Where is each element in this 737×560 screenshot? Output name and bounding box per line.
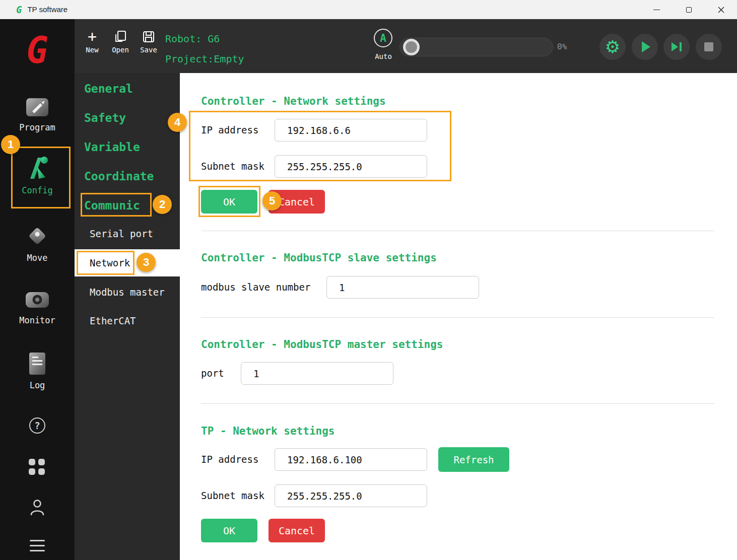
nav-item-serial-port[interactable]: Serial port [75,224,180,244]
robot-label: Robot: G6 [165,33,220,45]
sidebar-item-monitor[interactable]: Monitor [0,289,75,325]
settings-button[interactable]: ⚙ [599,34,626,60]
app-logo-icon: G [16,4,22,15]
sidebar-item-move[interactable]: Move [0,223,75,263]
project-label: Project:Empty [165,53,244,65]
nav-item-communic[interactable]: Communic [75,195,180,216]
section-title-tp-network: TP - Network settings [201,425,335,437]
tp-network-cancel-button[interactable]: Cancel [269,519,325,542]
minimize-icon [653,10,660,10]
settings-panel: Controller - Network settings IP address… [180,73,737,560]
config-nav: General Safety Variable Coordinate Commu… [75,73,180,560]
nav-item-network[interactable]: Network [75,249,180,276]
maximize-button[interactable] [673,0,705,19]
subnet-mask-label: Subnet mask [201,160,264,173]
config-icon [23,154,51,181]
tp-ip-input[interactable] [275,448,427,471]
grid-dot [29,459,35,465]
controller-network-ok-button[interactable]: OK [201,190,257,214]
toolbar: + New Open Save Robot: G6 Project:Empty … [75,19,737,73]
menu-bar [30,545,45,546]
divider [201,403,714,404]
close-icon [718,7,724,13]
menu-bar [30,550,45,551]
nav-item-general[interactable]: General [75,79,180,99]
monitor-icon [25,289,50,311]
program-icon [26,97,49,118]
menu-icon[interactable] [30,540,45,551]
controller-network-cancel-button[interactable]: Cancel [269,190,325,214]
divider [201,231,714,231]
ip-address-label: IP address [201,123,258,136]
brand-logo-icon: G [0,29,75,72]
save-icon [142,30,155,43]
nav-item-coordinate[interactable]: Coordinate [75,166,180,186]
nav-item-variable[interactable]: Variable [75,137,180,157]
sidebar-item-label: Log [30,380,45,390]
sidebar-item-label: Program [19,122,55,132]
modbus-slave-number-label: modbus slave number [201,281,310,294]
minimize-button[interactable] [640,0,673,19]
help-button[interactable]: ? [0,417,75,434]
open-label: Open [112,46,129,54]
open-icon [114,30,127,43]
play-icon [642,41,650,52]
stop-button[interactable] [696,34,722,60]
move-icon [25,223,50,248]
save-button[interactable]: Save [135,30,163,54]
nav-item-modbus-master[interactable]: Modbus master [75,282,180,302]
menu-bar [30,540,45,541]
app-window: G TP software G Program [0,0,737,560]
section-title-modbus-slave: Controller - ModbusTCP slave settings [201,252,437,264]
section-title-modbus-master: Controller - ModbusTCP master settings [201,338,443,351]
modbus-master-port-input[interactable] [241,362,393,385]
sidebar-item-program[interactable]: Program [0,97,75,132]
new-button[interactable]: + New [78,30,106,54]
help-icon: ? [29,417,45,434]
apps-grid-icon[interactable] [29,459,45,475]
window-controls [640,0,737,19]
speed-slider[interactable] [399,38,553,56]
nav-item-safety[interactable]: Safety [75,108,180,128]
log-icon [27,352,48,376]
sidebar-item-label: Move [27,253,48,263]
tp-subnet-mask-label: Subnet mask [201,489,264,502]
save-label: Save [140,46,157,54]
sidebar-item-label: Monitor [19,315,55,325]
speed-value: 0% [557,42,567,51]
refresh-button[interactable]: Refresh [438,447,509,472]
close-button[interactable] [705,0,737,19]
tp-ip-address-label: IP address [201,453,258,466]
section-title-controller-network: Controller - Network settings [201,95,386,107]
play-button[interactable] [632,34,658,60]
tp-network-ok-button[interactable]: OK [201,519,257,542]
grid-dot [29,468,35,475]
step-button[interactable] [663,34,690,60]
step-icon [672,42,678,51]
controller-ip-input[interactable] [275,119,427,142]
titlebar: G TP software [0,0,737,19]
sidebar-item-config[interactable]: Config [0,154,75,195]
user-button[interactable] [28,498,46,519]
new-icon: + [88,30,97,43]
nav-item-ethercat[interactable]: EtherCAT [75,311,180,331]
controller-subnet-input[interactable] [275,155,427,178]
auto-letter: A [380,32,386,44]
auto-label: Auto [373,52,394,60]
divider [201,317,714,318]
maximize-icon [686,7,692,13]
modbus-slave-number-input[interactable] [326,276,479,299]
gear-icon: ⚙ [605,38,620,55]
primary-sidebar: G Program Config Move [0,19,75,560]
open-button[interactable]: Open [106,30,135,54]
tp-subnet-input[interactable] [275,484,427,507]
port-label: port [201,367,224,380]
user-icon [28,498,46,517]
app-title: TP software [27,5,68,14]
auto-mode-button[interactable]: A [374,29,392,47]
sidebar-item-label: Config [22,185,52,195]
stop-icon [704,42,713,51]
speed-slider-knob[interactable] [403,39,420,55]
new-label: New [86,46,98,54]
sidebar-item-log[interactable]: Log [0,352,75,390]
